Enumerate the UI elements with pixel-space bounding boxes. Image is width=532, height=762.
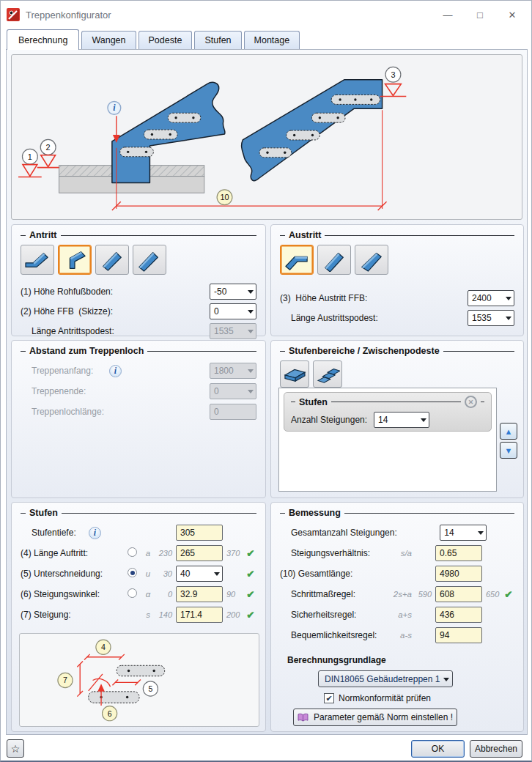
symbol-label: s/a — [385, 549, 415, 558]
checkbox-label: Normkonformität prüfen — [339, 693, 431, 703]
norm-book-icon — [298, 713, 309, 722]
stringer-upper — [242, 80, 383, 181]
antritt-podest-icon — [23, 248, 52, 272]
add-stufenbereich-button[interactable] — [313, 360, 342, 388]
min-value: 590 — [415, 590, 435, 599]
field-label: (10) Gesamtlänge: — [280, 569, 385, 579]
bereich-list: Stufen ✕ Anzahl Steigungen: 14 — [278, 388, 497, 492]
remove-stufen-button[interactable]: ✕ — [465, 396, 477, 408]
austritt-slope2-icon — [357, 248, 386, 272]
symbol-label: u — [142, 569, 154, 578]
treppenanfang-select: 1800 — [210, 363, 256, 379]
austritt-type-buttons — [280, 245, 514, 275]
antritt-type-buttons — [21, 245, 256, 275]
field-label: Stufentiefe: — [21, 528, 81, 538]
stufentiefe-field[interactable]: 305 — [176, 525, 223, 541]
group-title: Austritt — [280, 230, 514, 240]
dropdown-arrow-icon — [478, 531, 484, 538]
austritt-slope1-icon — [319, 248, 349, 272]
group-austritt: Austritt — [270, 224, 524, 336]
tab-podeste[interactable]: Podeste — [138, 31, 193, 49]
bequemlichkeitsregel-field[interactable]: 94 — [435, 627, 482, 643]
symbol-label: a+s — [385, 610, 415, 619]
field-label: Anzahl Steigungen: — [291, 415, 367, 425]
level-marker-3: 3 — [380, 67, 407, 96]
info-icon[interactable]: i — [109, 365, 122, 377]
austritt-type-slope2-button[interactable] — [355, 245, 388, 275]
favorite-button[interactable]: ☆ — [7, 739, 24, 758]
check-icon: ✔ — [246, 548, 254, 559]
field-label: Treppenanfang: — [21, 366, 101, 376]
svg-text:6: 6 — [108, 709, 112, 718]
steigungsverhaeltnis-field[interactable]: 0.65 — [435, 545, 482, 561]
cancel-button[interactable]: Abbrechen — [470, 740, 522, 758]
field-label: (7) Steigung: — [21, 610, 128, 620]
treppenkonfigurator-dialog: Treppenkonfigurator — □ ✕ Berechnung Wan… — [0, 0, 532, 762]
check-icon: ✔ — [246, 610, 254, 621]
steigungswinkel-field[interactable]: 32.9 — [176, 586, 223, 602]
dropdown-arrow-icon — [506, 297, 511, 303]
dropdown-arrow-icon — [248, 390, 254, 396]
field-label: Länge Austrittspodest: — [280, 313, 468, 323]
unterschneidung-radio[interactable] — [128, 568, 137, 577]
steigung-field[interactable]: 171.4 — [176, 607, 223, 623]
info-icon[interactable]: i — [108, 101, 121, 114]
close-button[interactable]: ✕ — [499, 5, 525, 24]
hoehe-austritt-ffb-select[interactable]: 2400 — [468, 290, 514, 306]
antritt-post-icon — [60, 248, 89, 272]
level-marker-1: 1 — [18, 149, 42, 177]
group-antritt: Antritt — [11, 224, 266, 336]
antritt-type-slope2-button[interactable] — [133, 245, 166, 275]
laenge-auftritt-field[interactable]: 265 — [176, 545, 223, 561]
move-up-button[interactable]: ▲ — [500, 423, 517, 440]
minimize-button[interactable]: — — [435, 5, 461, 24]
maximize-button[interactable]: □ — [467, 5, 493, 24]
sicherheitsregel-field[interactable]: 436 — [435, 607, 482, 623]
anzahl-steigungen-select[interactable]: 14 — [374, 412, 429, 428]
min-value: 230 — [154, 549, 176, 558]
move-down-button[interactable]: ▼ — [500, 442, 517, 459]
dropdown-arrow-icon — [248, 310, 254, 317]
tab-berechnung[interactable]: Berechnung — [7, 29, 79, 50]
group-title: Stufen — [21, 508, 256, 518]
tab-stufen[interactable]: Stufen — [194, 31, 241, 49]
austritt-type-landing-button[interactable] — [280, 245, 314, 275]
schrittmassregel-field[interactable]: 608 — [435, 586, 482, 602]
check-icon: ✔ — [246, 569, 254, 580]
info-icon[interactable]: i — [89, 527, 101, 539]
laenge-austrittspodest-select[interactable]: 1535 — [468, 310, 514, 326]
ok-button[interactable]: OK — [411, 740, 465, 758]
norm-einstellen-button[interactable]: Parameter gemäß Norm einstellen ! — [293, 709, 457, 726]
group-stufenbereiche: Stufenbereiche / Zwischenpodeste — [270, 340, 524, 498]
dropdown-arrow-icon — [506, 317, 511, 323]
antritt-slope2-icon — [135, 248, 164, 272]
austritt-type-slope1-button[interactable] — [317, 245, 351, 275]
stair-diagram-panel: 1 2 3 — [11, 54, 522, 220]
gesamtlaenge-field[interactable]: 4980 — [435, 566, 482, 582]
add-podest-button[interactable] — [280, 360, 309, 388]
max-value: 370 — [223, 549, 245, 558]
dropdown-arrow-icon — [248, 369, 254, 376]
gesamtanzahl-steigungen-select[interactable]: 14 — [440, 525, 487, 541]
norm-select[interactable]: DIN18065 Gebäudetreppen 1 — [318, 670, 453, 687]
tab-wangen[interactable]: Wangen — [81, 31, 136, 49]
normkonformitaet-row: ✔ Normkonformität prüfen — [324, 693, 514, 703]
svg-text:2: 2 — [46, 143, 51, 152]
antritt-type-slope1-button[interactable] — [95, 245, 129, 275]
normkonformitaet-checkbox[interactable]: ✔ — [324, 693, 334, 703]
symbol-label: s — [142, 610, 154, 619]
unterschneidung-select[interactable]: 40 — [176, 566, 223, 582]
auftritt-radio[interactable] — [128, 547, 137, 557]
min-value: 140 — [154, 610, 176, 619]
steigungswinkel-radio[interactable] — [128, 588, 137, 598]
stufen-card: Stufen ✕ Anzahl Steigungen: 14 — [284, 392, 492, 432]
field-label: Gesamtanzahl Steigungen: — [280, 528, 397, 538]
hoehe-rohfussboden-select[interactable]: -50 — [210, 284, 256, 300]
antritt-type-podest-button[interactable] — [21, 245, 54, 275]
svg-text:10: 10 — [220, 193, 229, 201]
app-icon — [7, 8, 20, 21]
tab-montage[interactable]: Montage — [244, 31, 300, 49]
svg-text:4: 4 — [101, 643, 106, 651]
antritt-type-post-button[interactable] — [58, 245, 92, 275]
hoehe-ffb-select[interactable]: 0 — [210, 303, 256, 319]
